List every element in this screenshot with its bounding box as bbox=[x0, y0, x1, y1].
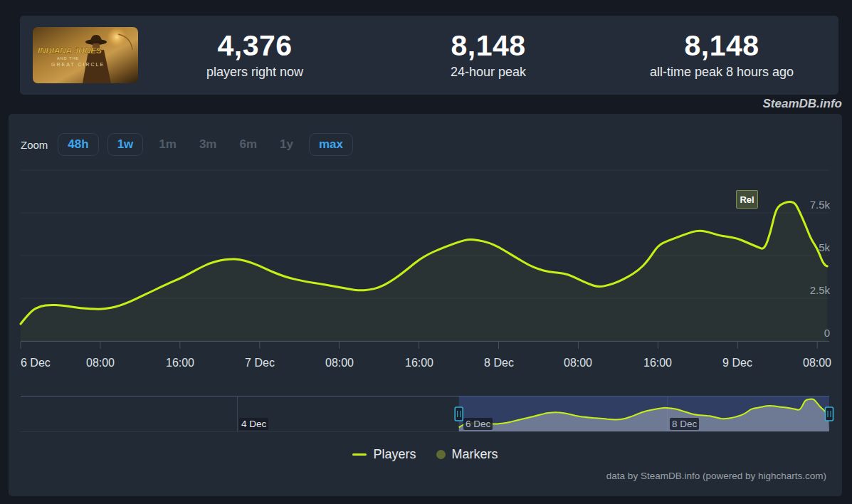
x-axis-label-1600: 16:00 bbox=[405, 357, 433, 369]
stats-row: 4,376 players right now 8,148 24-hour pe… bbox=[138, 31, 838, 79]
header-card: INDIANA JONES AND THE GREAT CIRCLE 4,376… bbox=[20, 16, 838, 95]
navigator-handle-left[interactable] bbox=[455, 407, 463, 421]
navigator-label-4Dec: 4 Dec bbox=[239, 418, 268, 430]
y-axis-label-0: 0 bbox=[824, 327, 830, 339]
game-banner[interactable]: INDIANA JONES AND THE GREAT CIRCLE bbox=[33, 27, 138, 83]
chart-panel: Zoom 48h1w1m3m6m1ymax Rel Players Marker… bbox=[9, 114, 842, 496]
highcharts-credits[interactable]: data by SteamDB.info (powered by highcha… bbox=[606, 471, 826, 481]
x-axis-label-1600: 16:00 bbox=[643, 357, 672, 369]
players-line-swatch-icon bbox=[352, 453, 367, 456]
svg-text:AND THE: AND THE bbox=[57, 56, 79, 61]
player-count-chart[interactable] bbox=[9, 114, 842, 496]
players-now-value: 4,376 bbox=[138, 31, 372, 61]
range-button-max[interactable]: max bbox=[309, 133, 353, 156]
range-button-48h[interactable]: 48h bbox=[58, 133, 98, 156]
legend-item-markers[interactable]: Markers bbox=[436, 447, 498, 462]
range-button-1y: 1y bbox=[273, 134, 300, 155]
x-axis-label-0800: 08:00 bbox=[325, 357, 354, 369]
range-button-1m: 1m bbox=[152, 134, 184, 155]
x-axis-label-0800: 08:00 bbox=[564, 357, 592, 369]
legend-item-players[interactable]: Players bbox=[352, 447, 416, 462]
zoom-range-toolbar: Zoom 48h1w1m3m6m1ymax bbox=[21, 133, 353, 156]
markers-dot-swatch-icon bbox=[436, 450, 446, 459]
banner-title-text: INDIANA JONES bbox=[38, 46, 102, 55]
stat-24h-peak: 8,148 24-hour peak bbox=[372, 31, 605, 79]
navigator-handle-right[interactable] bbox=[826, 407, 833, 421]
legend-markers-label: Markers bbox=[452, 447, 498, 462]
players-now-label: players right now bbox=[138, 65, 372, 80]
stat-alltime-peak: 8,148 all-time peak 8 hours ago bbox=[605, 31, 838, 79]
y-axis-label-2.5k: 2.5k bbox=[810, 284, 830, 296]
range-button-6m: 6m bbox=[232, 134, 264, 155]
x-axis-label-0800: 08:00 bbox=[803, 357, 831, 369]
range-button-3m: 3m bbox=[192, 134, 224, 155]
y-axis-label-7.5k: 7.5k bbox=[810, 199, 830, 211]
svg-text:GREAT CIRCLE: GREAT CIRCLE bbox=[51, 62, 105, 67]
x-axis-label-1600: 16:00 bbox=[166, 357, 194, 369]
x-axis-label-8Dec: 8 Dec bbox=[484, 357, 514, 369]
x-axis-label-0800: 08:00 bbox=[86, 357, 115, 369]
navigator-label-6Dec: 6 Dec bbox=[463, 418, 493, 430]
legend-players-label: Players bbox=[373, 447, 416, 462]
x-axis-label-6Dec: 6 Dec bbox=[21, 357, 51, 369]
alltime-peak-label: all-time peak 8 hours ago bbox=[605, 65, 838, 80]
chart-legend: Players Markers bbox=[9, 447, 842, 462]
navigator-label-8Dec: 8 Dec bbox=[670, 418, 699, 430]
steamdb-app-page: { "header": { "banner": { "alt": "Indian… bbox=[0, 0, 852, 504]
x-axis-label-7Dec: 7 Dec bbox=[245, 357, 275, 369]
peak-24h-value: 8,148 bbox=[372, 31, 605, 61]
range-button-1w[interactable]: 1w bbox=[107, 133, 144, 156]
steamdb-watermark: SteamDB.info bbox=[763, 97, 842, 111]
release-flag[interactable]: Rel bbox=[736, 190, 758, 209]
y-axis-label-5k: 5k bbox=[819, 241, 830, 253]
alltime-peak-value: 8,148 bbox=[605, 31, 838, 61]
x-axis-label-9Dec: 9 Dec bbox=[722, 357, 752, 369]
game-banner-art: INDIANA JONES AND THE GREAT CIRCLE bbox=[33, 27, 138, 83]
zoom-label: Zoom bbox=[21, 139, 48, 151]
stat-players-now: 4,376 players right now bbox=[138, 31, 372, 79]
peak-24h-label: 24-hour peak bbox=[372, 65, 605, 80]
